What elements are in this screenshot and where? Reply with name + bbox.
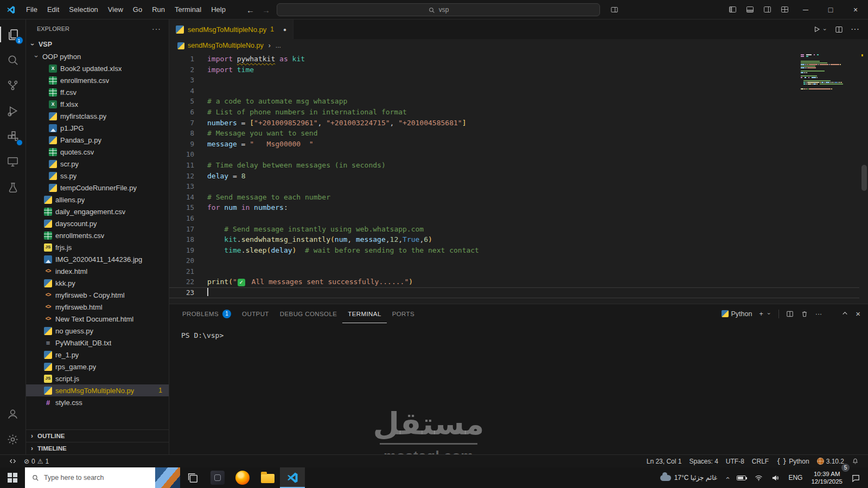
menu-edit[interactable]: Edit bbox=[42, 0, 64, 20]
code-text[interactable]: # Send message to each number bbox=[194, 192, 330, 203]
search-box[interactable]: vsp bbox=[277, 3, 600, 16]
start-button[interactable] bbox=[0, 467, 25, 488]
code-text[interactable]: kit.sendwhatmsg_instantly(num, message,1… bbox=[194, 234, 432, 245]
new-terminal-button[interactable]: + › bbox=[759, 310, 771, 318]
code-line-15[interactable]: 15for num in numbers: bbox=[169, 202, 859, 213]
file-tempcoderunnerfile.py[interactable]: tempCodeRunnerFile.py bbox=[26, 182, 169, 194]
code-line-21[interactable]: 21 bbox=[169, 266, 859, 277]
settings-button[interactable] bbox=[0, 427, 26, 452]
language-mode[interactable]: { } Python bbox=[773, 455, 813, 467]
file-re_1.py[interactable]: re_1.py bbox=[26, 349, 169, 361]
terminal-output[interactable]: PS D:\vsp> bbox=[169, 323, 868, 454]
code-text[interactable] bbox=[194, 75, 207, 86]
input-language[interactable]: ENG bbox=[784, 467, 807, 488]
hidden-icons-button[interactable]: › bbox=[722, 467, 732, 488]
code-line-7[interactable]: 7numbers = ["+201009852961", "+201003224… bbox=[169, 118, 859, 129]
editor-more-actions-icon[interactable]: ··· bbox=[851, 24, 859, 34]
code-line-2[interactable]: 2import time bbox=[169, 65, 859, 75]
tab-sendmsgtomultipleno[interactable]: sendMsgToMultipleNo.py 1 ● bbox=[169, 20, 293, 39]
file-daily_engagement.csv[interactable]: daily_engagement.csv bbox=[26, 206, 169, 217]
code-text[interactable]: import pywhatkit as kit bbox=[194, 54, 305, 65]
code-line-20[interactable]: 20 bbox=[169, 255, 859, 266]
activity-explorer[interactable]: 1 bbox=[0, 22, 26, 47]
code-text[interactable]: # Time delay between messages (in second… bbox=[194, 160, 386, 171]
encoding[interactable]: UTF-8 bbox=[722, 455, 748, 467]
file-myfirsweb---copy.html[interactable]: <>myfirsweb - Copy.html bbox=[26, 289, 169, 301]
file-scr.py[interactable]: scr.py bbox=[26, 158, 169, 170]
explorer-more-actions-icon[interactable]: ··· bbox=[152, 24, 161, 33]
menu-view[interactable]: View bbox=[103, 0, 128, 20]
indentation[interactable]: Spaces: 4 bbox=[685, 455, 722, 467]
file-pandas_p.py[interactable]: Pandas_p.py bbox=[26, 134, 169, 146]
file-dayscount.py[interactable]: dayscount.py bbox=[26, 217, 169, 229]
toggle-sidebar-icon[interactable] bbox=[724, 2, 741, 18]
code-text[interactable] bbox=[194, 266, 207, 277]
code-text[interactable] bbox=[194, 86, 207, 97]
code-text[interactable]: print("✓ All messages sent successfully.… bbox=[194, 277, 413, 287]
code-text[interactable] bbox=[194, 149, 207, 160]
file-quotes.csv[interactable]: quotes.csv bbox=[26, 146, 169, 158]
code-line-10[interactable]: 10 bbox=[169, 149, 859, 160]
eol-sequence[interactable]: CRLF bbox=[748, 455, 773, 467]
code-line-1[interactable]: 1import pywhatkit as kit bbox=[169, 54, 859, 65]
file-img_20200411_144236.jpg[interactable]: IMG_20200411_144236.jpg bbox=[26, 253, 169, 265]
modified-dot-icon[interactable]: ● bbox=[283, 27, 286, 33]
activity-source-control[interactable] bbox=[0, 73, 26, 98]
menu-file[interactable]: File bbox=[21, 0, 42, 20]
back-icon[interactable]: ← bbox=[245, 5, 256, 15]
file-myfirsweb.html[interactable]: <>myfirsweb.html bbox=[26, 301, 169, 313]
menu-terminal[interactable]: Terminal bbox=[170, 0, 206, 20]
layout-control-icon[interactable] bbox=[605, 2, 623, 18]
tree-folder-oop-python[interactable]: › OOP python bbox=[26, 50, 169, 62]
code-text[interactable]: numbers = ["+201009852961", "+2010032247… bbox=[194, 118, 466, 129]
menu-run[interactable]: Run bbox=[147, 0, 170, 20]
file-ff.csv[interactable]: ff.csv bbox=[26, 86, 169, 98]
code-editor[interactable]: 1import pywhatkit as kit2import time345#… bbox=[169, 52, 868, 304]
file-kkk.py[interactable]: kkk.py bbox=[26, 277, 169, 289]
weather-widget[interactable]: 17°C غائم جزئيا bbox=[656, 467, 722, 488]
panel-more-actions-icon[interactable]: ··· bbox=[815, 310, 822, 318]
code-line-14[interactable]: 14# Send message to each number bbox=[169, 192, 859, 203]
file-sendmsgtomultipleno.py[interactable]: sendMsgToMultipleNo.py1 bbox=[26, 384, 169, 396]
code-text[interactable]: # List of phone numbers in international… bbox=[194, 107, 407, 118]
maximize-panel-icon[interactable] bbox=[841, 310, 848, 317]
remote-indicator[interactable] bbox=[5, 455, 20, 467]
file-style.css[interactable]: #style.css bbox=[26, 396, 169, 408]
maximize-button[interactable]: □ bbox=[818, 0, 843, 20]
file-myfirstclass.py[interactable]: myfirstclass.py bbox=[26, 110, 169, 122]
file-book2-updated.xlsx[interactable]: XBook2 updated.xlsx bbox=[26, 62, 169, 74]
code-line-13[interactable]: 13 bbox=[169, 181, 859, 192]
activity-extensions[interactable] bbox=[0, 124, 26, 149]
breadcrumb[interactable]: sendMsgToMultipleNo.py › ... bbox=[169, 39, 868, 52]
toggle-secondary-sidebar-icon[interactable] bbox=[758, 2, 776, 18]
code-line-23[interactable]: 23 bbox=[169, 287, 859, 298]
notifications-bell[interactable] bbox=[848, 455, 863, 467]
menu-help[interactable]: Help bbox=[206, 0, 231, 20]
menu-selection[interactable]: Selection bbox=[64, 0, 103, 20]
code-text[interactable] bbox=[194, 287, 208, 298]
taskbar-vscode[interactable] bbox=[280, 467, 305, 488]
code-line-16[interactable]: 16 bbox=[169, 213, 859, 224]
file-no-guess.py[interactable]: no guess.py bbox=[26, 325, 169, 337]
bing-daily-image[interactable] bbox=[155, 467, 180, 488]
section-outline[interactable]: › OUTLINE bbox=[26, 429, 169, 442]
activity-search[interactable] bbox=[0, 47, 26, 73]
network-indicator[interactable] bbox=[750, 467, 767, 488]
code-line-11[interactable]: 11# Time delay between messages (in seco… bbox=[169, 160, 859, 171]
minimap[interactable] bbox=[801, 54, 860, 92]
activity-testing[interactable] bbox=[0, 175, 26, 200]
code-text[interactable] bbox=[194, 255, 207, 266]
code-line-5[interactable]: 5# a code to automate msg whatsapp bbox=[169, 96, 859, 107]
code-text[interactable]: import time bbox=[194, 65, 254, 75]
activity-run-debug[interactable] bbox=[0, 98, 26, 124]
tree-root-vsp[interactable]: › VSP bbox=[26, 38, 169, 50]
terminal-profile-button[interactable]: Python bbox=[722, 310, 752, 318]
file-pywhatkit_db.txt[interactable]: ≡PyWhatKit_DB.txt bbox=[26, 337, 169, 349]
activity-remote-explorer[interactable] bbox=[0, 149, 26, 175]
split-terminal-icon[interactable] bbox=[786, 310, 794, 318]
code-text[interactable]: message = " Msg00000 " bbox=[194, 139, 314, 150]
file-frjs.js[interactable]: JSfrjs.js bbox=[26, 241, 169, 253]
run-button[interactable]: › bbox=[813, 25, 827, 33]
action-center-button[interactable]: 5 bbox=[847, 467, 865, 488]
code-text[interactable]: # Send message instantly using web.whats… bbox=[194, 224, 424, 235]
